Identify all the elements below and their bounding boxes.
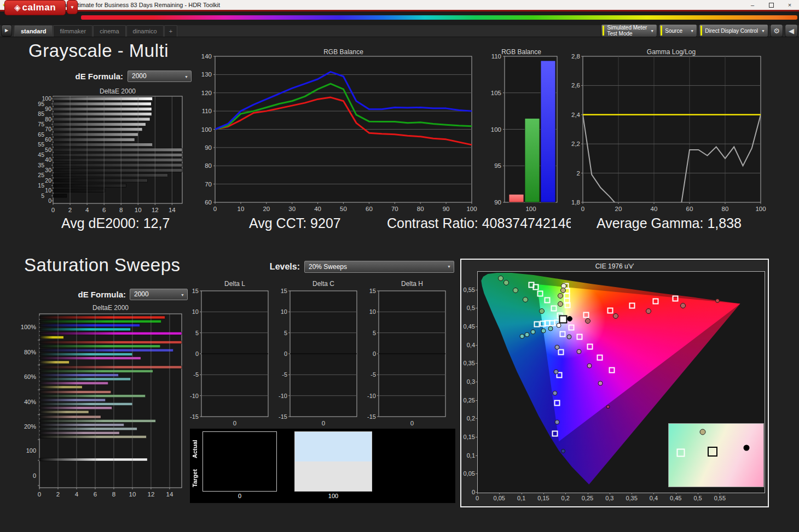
patch-0-actual [203, 432, 276, 461]
svg-text:60: 60 [366, 206, 373, 212]
cie-y-tick: 0,4 [461, 342, 475, 348]
tab-standard[interactable]: standard [14, 25, 53, 37]
cie-y-tick: 0,3 [461, 378, 475, 385]
toolbar-dropdown-0[interactable]: Simulated MeterTest Mode▼ [601, 24, 657, 37]
cie-measured-point [553, 390, 558, 395]
cie-measured-point [530, 330, 535, 335]
svg-text:6: 6 [102, 207, 106, 213]
close-button[interactable]: × [780, 0, 799, 10]
patch-0 [202, 431, 277, 492]
cie-measured-point [539, 308, 545, 314]
patch-0-target [203, 461, 276, 491]
cie-measured-point [557, 323, 561, 328]
cie-y-tick: 0,2 [461, 415, 475, 422]
tab-bar: ▶ standardfilmmakercinemadinamico+ Simul… [0, 25, 799, 37]
delta-plot-2: 151050-5-10-150 [363, 276, 451, 432]
svg-text:120: 120 [201, 90, 212, 96]
svg-text:-10: -10 [190, 393, 199, 399]
svg-text:100: 100 [491, 126, 501, 133]
svg-text:0: 0 [195, 350, 199, 357]
svg-text:10: 10 [135, 207, 142, 213]
collapse-button[interactable]: ◀ [785, 24, 798, 37]
calman-logo-button[interactable]: ◈ calman [4, 0, 66, 15]
cie-target-square [532, 284, 539, 290]
svg-text:100%: 100% [21, 324, 36, 330]
svg-text:14: 14 [166, 491, 173, 498]
svg-text:0: 0 [233, 420, 236, 426]
svg-text:8: 8 [119, 207, 123, 213]
cie-measured-point [567, 316, 572, 321]
cie-measured-point [555, 420, 560, 425]
sat-de-formula-select[interactable]: 2000▼ [130, 289, 188, 300]
svg-text:5: 5 [41, 192, 44, 199]
cie-x-tick: 0,15 [536, 495, 551, 501]
tab-filmmaker[interactable]: filmmaker [53, 25, 92, 37]
cie-title: CIE 1976 u'v' [461, 262, 768, 270]
calman-logo-text: calman [22, 2, 56, 13]
chevron-down-icon: ▼ [447, 261, 451, 272]
svg-text:30: 30 [45, 167, 51, 173]
svg-text:5: 5 [284, 330, 287, 336]
de-formula-select[interactable]: 2000▼ [128, 71, 192, 82]
svg-text:2: 2 [577, 170, 580, 177]
cie-y-tick: 0,1 [461, 452, 475, 459]
cie-measured-point [715, 299, 720, 303]
cie-x-tick: 0,55 [712, 495, 727, 501]
svg-text:20%: 20% [24, 423, 36, 430]
svg-text:12: 12 [152, 207, 159, 213]
tab-dinamico[interactable]: dinamico [126, 25, 164, 37]
svg-text:8: 8 [112, 491, 115, 498]
cie-measured-point [503, 280, 509, 285]
settings-button[interactable]: ⚙ [770, 24, 783, 37]
cie-target-square [552, 431, 558, 437]
svg-text:40%: 40% [24, 399, 36, 405]
cie-target-square [577, 334, 583, 340]
tab-cinema[interactable]: cinema [93, 25, 125, 37]
cie-measured-point [548, 326, 553, 331]
svg-text:95: 95 [38, 101, 44, 107]
cie-target-square [609, 367, 615, 373]
svg-text:15: 15 [192, 288, 199, 294]
svg-text:25: 25 [38, 172, 44, 178]
cie-measured-point [519, 334, 524, 338]
cie-inset-marker-square-black [708, 447, 717, 457]
svg-text:90: 90 [443, 206, 450, 212]
cie-target-square [583, 312, 589, 318]
cie-y-tick: 0,25 [461, 397, 475, 404]
levels-select[interactable]: 20% Sweeps▼ [304, 261, 454, 273]
delta-plot-1: 151050-5-10-150 [275, 276, 362, 432]
add-tab-button[interactable]: + [164, 25, 177, 37]
rgb-balance-bar-plot: 9095100105110100 [484, 48, 561, 213]
toolbar-dropdown-2[interactable]: Direct Display Control▼ [699, 24, 768, 37]
cie-y-tick: 0,15 [461, 434, 475, 440]
patch-0-label: 0 [202, 493, 277, 499]
svg-text:15: 15 [369, 288, 376, 294]
contrast-ratio-stat: Contrast Ratio: 408374742146 [387, 215, 571, 231]
svg-text:45: 45 [38, 151, 44, 158]
cie-diagram-panel: CIE 1976 u'v' 00,050,10,150,20,250,30,35… [460, 259, 769, 507]
cie-target-square [534, 321, 540, 327]
calman-menu-button[interactable]: ▼ [67, 0, 78, 14]
svg-text:85: 85 [38, 110, 44, 117]
minimize-button[interactable]: – [743, 0, 762, 10]
cie-target-square [551, 306, 557, 312]
svg-text:0: 0 [322, 420, 325, 426]
cie-x-tick: 0 [470, 495, 485, 501]
grayscale-deltae-plot: 1009590858075706560555045403530252015105… [30, 86, 205, 219]
patch-100-label: 100 [294, 493, 372, 499]
chevron-down-icon: ▼ [181, 289, 184, 300]
svg-text:-15: -15 [367, 413, 376, 420]
cie-measured-point [555, 345, 560, 350]
chevron-down-icon: ▼ [761, 28, 765, 34]
toolbar-dropdown-1[interactable]: Source▼ [659, 24, 697, 37]
svg-text:20: 20 [45, 177, 51, 184]
restore-button[interactable] [762, 0, 780, 10]
svg-text:20: 20 [263, 206, 270, 212]
saturation-heading: Saturation Sweeps [24, 255, 181, 276]
svg-text:2,8: 2,8 [571, 53, 580, 60]
cie-measured-point [646, 308, 651, 314]
cie-y-tick: 0,35 [461, 360, 475, 366]
cie-x-tick: 0,2 [558, 495, 573, 501]
tab-scroll-button[interactable]: ▶ [1, 25, 12, 37]
svg-text:60: 60 [205, 199, 212, 206]
